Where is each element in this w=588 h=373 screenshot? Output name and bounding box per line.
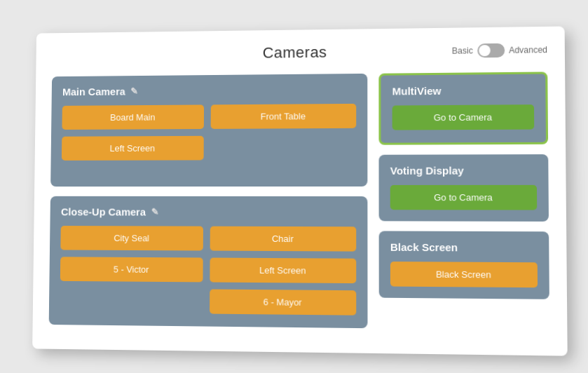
page-wrapper: Cameras Basic Advanced Main Camera ✎ Boa… <box>14 15 575 358</box>
victor-button[interactable]: 5 - Victor <box>60 257 203 282</box>
city-seal-button[interactable]: City Seal <box>60 226 203 250</box>
chair-button[interactable]: Chair <box>210 226 356 252</box>
closeup-camera-section: Close-Up Camera ✎ City Seal Chair 5 - Vi… <box>48 196 367 328</box>
advanced-label: Advanced <box>508 45 547 55</box>
multiview-section: MultiView Go to Camera <box>378 72 548 144</box>
main-camera-title: Main Camera ✎ <box>62 83 355 97</box>
front-table-button[interactable]: Front Table <box>210 104 356 129</box>
camera-card: Cameras Basic Advanced Main Camera ✎ Boa… <box>32 27 568 356</box>
black-screen-button[interactable]: Black Screen <box>390 262 537 287</box>
mode-toggle[interactable] <box>477 43 504 58</box>
main-camera-buttons: Board Main Front Table Left Screen <box>61 104 355 161</box>
voting-display-title: Voting Display <box>390 164 536 177</box>
closeup-camera-title: Close-Up Camera ✎ <box>60 206 355 219</box>
page-header: Cameras Basic Advanced <box>52 41 547 65</box>
closeup-camera-edit-icon[interactable]: ✎ <box>151 207 158 217</box>
right-column: MultiView Go to Camera Voting Display Go… <box>378 72 549 330</box>
mayor-button[interactable]: 6 - Mayor <box>210 290 356 316</box>
basic-label: Basic <box>451 46 472 55</box>
mode-toggle-group: Basic Advanced <box>451 43 547 58</box>
left-screen-main-button[interactable]: Left Screen <box>61 136 203 161</box>
voting-display-section: Voting Display Go to Camera <box>378 154 549 222</box>
multiview-title: MultiView <box>392 84 533 97</box>
black-screen-buttons: Black Screen <box>390 262 537 287</box>
main-camera-section: Main Camera ✎ Board Main Front Table Lef… <box>50 74 367 186</box>
board-main-button[interactable]: Board Main <box>62 104 204 130</box>
black-screen-section: Black Screen Black Screen <box>378 231 549 299</box>
multiview-go-button[interactable]: Go to Camera <box>392 104 534 130</box>
left-screen-closeup-button[interactable]: Left Screen <box>210 258 356 284</box>
voting-go-button[interactable]: Go to Camera <box>390 185 536 210</box>
left-column: Main Camera ✎ Board Main Front Table Lef… <box>48 74 367 328</box>
page-title: Cameras <box>262 43 327 62</box>
voting-buttons: Go to Camera <box>390 185 536 210</box>
main-camera-edit-icon[interactable]: ✎ <box>130 86 138 97</box>
black-screen-title: Black Screen <box>390 241 537 254</box>
closeup-camera-buttons: City Seal Chair 5 - Victor Left Screen 6… <box>60 226 356 316</box>
content-area: Main Camera ✎ Board Main Front Table Lef… <box>48 72 549 330</box>
multiview-buttons: Go to Camera <box>392 104 534 130</box>
